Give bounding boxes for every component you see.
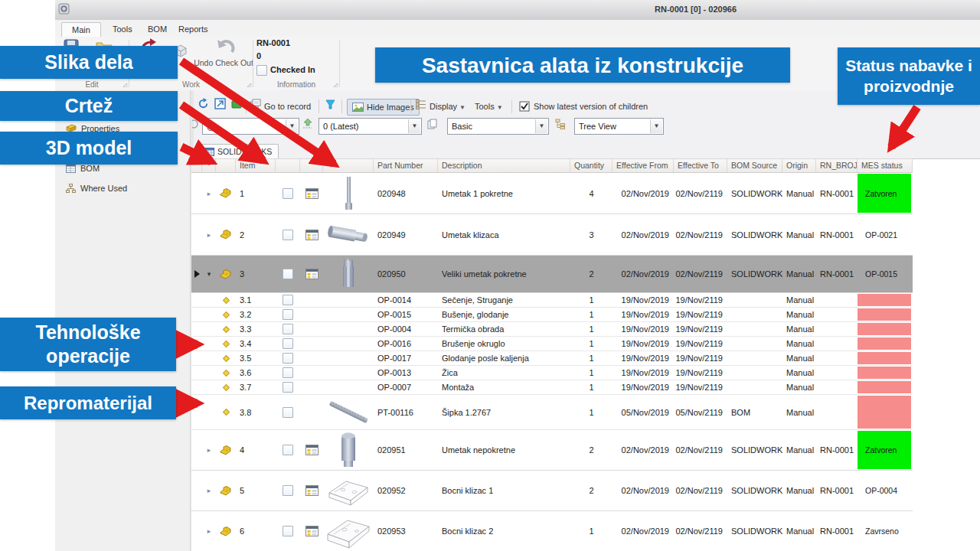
work-group-launcher-icon[interactable]: ◿ bbox=[247, 82, 251, 88]
drawing-icon[interactable] bbox=[300, 173, 323, 214]
expand-icon[interactable]: ▸ bbox=[202, 511, 216, 551]
row-checkbox[interactable] bbox=[276, 322, 300, 336]
ribbon-tab-reports[interactable]: Reports bbox=[168, 22, 218, 37]
table-row-1[interactable]: ▸1020948Umetak 1 pokretne402/Nov/201902/… bbox=[191, 173, 913, 214]
row-checkbox[interactable] bbox=[276, 293, 300, 307]
row-checkbox[interactable] bbox=[276, 256, 300, 292]
hide-images-button[interactable]: Hide Images bbox=[347, 99, 420, 116]
cell-eto: 19/Nov/2119 bbox=[674, 322, 727, 336]
tools-menu[interactable]: Tools▼ bbox=[475, 98, 503, 115]
row-checkbox[interactable] bbox=[276, 511, 300, 551]
drawing-icon[interactable] bbox=[300, 214, 323, 255]
show-latest-checkbox[interactable] bbox=[519, 98, 530, 115]
column-header-qty[interactable]: Quantity bbox=[570, 159, 612, 172]
row-checkbox[interactable] bbox=[276, 351, 300, 365]
checked-in-checkbox[interactable] bbox=[256, 65, 267, 76]
column-header-rn[interactable]: RN_BROJ bbox=[816, 159, 858, 172]
column-header-ticon[interactable] bbox=[216, 159, 236, 172]
display-tree-icon[interactable] bbox=[416, 98, 426, 115]
column-header-eto[interactable]: Effective To bbox=[674, 159, 727, 172]
drawing-icon[interactable] bbox=[300, 471, 323, 510]
row-checkbox[interactable] bbox=[276, 308, 300, 321]
cell-pn: PT-00116 bbox=[374, 395, 438, 429]
go-to-record-icon[interactable] bbox=[250, 98, 262, 115]
view-combobox[interactable]: Basic▼ bbox=[447, 118, 549, 135]
information-group-launcher-icon[interactable]: ◿ bbox=[334, 82, 338, 88]
column-header-origin[interactable]: Origin bbox=[782, 159, 816, 172]
row-checkbox[interactable] bbox=[276, 380, 300, 394]
table-row-6[interactable]: ▸6020953Bocni klizac 2102/Nov/201902/Nov… bbox=[191, 511, 913, 551]
cell-pn: 020949 bbox=[374, 214, 438, 255]
table-row-3.4[interactable]: 3.4OP-0016Brušenje okruglo119/Nov/201919… bbox=[191, 337, 913, 351]
column-header-cb[interactable] bbox=[276, 159, 300, 172]
row-checkbox[interactable] bbox=[276, 173, 300, 214]
drawing-icon[interactable] bbox=[300, 430, 323, 470]
table-row-3.6[interactable]: 3.6OP-0013Žica119/Nov/201919/Nov/2119Man… bbox=[191, 366, 913, 380]
row-checkbox[interactable] bbox=[276, 430, 300, 470]
expand-icon[interactable]: ▸ bbox=[202, 214, 216, 255]
expand-icon[interactable]: ▸ bbox=[202, 471, 216, 510]
ribbon-group-information-label: Information bbox=[253, 80, 339, 89]
collapse-icon[interactable]: ▾ bbox=[202, 256, 216, 292]
column-header-ind[interactable] bbox=[191, 159, 202, 172]
quick-filter-combobox[interactable]: @▼ bbox=[202, 118, 299, 135]
cell-pn: 020948 bbox=[374, 173, 438, 214]
show-latest-label[interactable]: Show latest version of children bbox=[534, 98, 648, 115]
undo-check-out-label[interactable]: Undo Check Out bbox=[193, 58, 254, 67]
column-header-efrom[interactable]: Effective From bbox=[612, 159, 674, 172]
column-header-desc[interactable]: Description bbox=[438, 159, 570, 172]
go-to-record-button[interactable]: Go to record bbox=[264, 98, 311, 115]
column-header-img[interactable] bbox=[323, 159, 374, 172]
cell-rn bbox=[816, 322, 858, 336]
row-checkbox[interactable] bbox=[276, 471, 300, 510]
row-checkbox[interactable] bbox=[276, 366, 300, 380]
column-header-dicon[interactable] bbox=[300, 159, 323, 172]
cell-mes bbox=[858, 351, 913, 365]
column-header-item[interactable]: Item bbox=[236, 159, 276, 172]
edit-group-launcher-icon[interactable]: ◿ bbox=[123, 82, 127, 88]
part-thumbnail-vcyl bbox=[323, 256, 374, 292]
column-header-mes[interactable]: MES status bbox=[858, 159, 913, 172]
expand-icon[interactable]: ▸ bbox=[202, 173, 216, 214]
expand-icon[interactable]: ▸ bbox=[202, 430, 216, 470]
open-in-window-icon[interactable] bbox=[214, 98, 226, 115]
row-checkbox[interactable] bbox=[276, 395, 300, 429]
table-row-4[interactable]: ▸4020951Umetak nepokretne202/Nov/201902/… bbox=[191, 430, 913, 471]
column-header-src[interactable]: BOM Source bbox=[727, 159, 782, 172]
sidebar-item-where-used[interactable]: Where Used bbox=[66, 184, 127, 197]
table-row-3.8[interactable]: 3.8PT-00116Šipka 1.2767105/Nov/201905/No… bbox=[191, 395, 913, 430]
display-menu[interactable]: Display▼ bbox=[430, 98, 466, 115]
column-header-pn[interactable]: Part Number bbox=[374, 159, 438, 172]
drawing-icon[interactable] bbox=[300, 256, 323, 292]
tree-view-icon[interactable] bbox=[555, 118, 566, 135]
table-row-5[interactable]: ▸5020952Bocni klizac 1202/Nov/201902/Nov… bbox=[191, 471, 913, 511]
cell-src bbox=[727, 380, 782, 394]
version-icon[interactable] bbox=[302, 118, 313, 135]
column-header-exp[interactable] bbox=[202, 159, 216, 172]
export-icon[interactable] bbox=[231, 98, 242, 115]
mode-combobox[interactable]: Tree View▼ bbox=[574, 118, 664, 135]
copy-view-icon[interactable] bbox=[427, 118, 437, 135]
tab-solidworks[interactable]: SOLIDWORKS bbox=[198, 144, 279, 158]
drawing-icon[interactable] bbox=[300, 511, 323, 551]
table-row-3.2[interactable]: 3.2OP-0015Bušenje, glodanje119/Nov/20191… bbox=[191, 308, 913, 322]
cell-eto: 19/Nov/2119 bbox=[674, 366, 727, 380]
table-row-3[interactable]: ▾3020950Veliki umetak pokretne202/Nov/20… bbox=[191, 256, 913, 293]
refresh-icon[interactable] bbox=[198, 98, 209, 115]
sidebar-item-bom[interactable]: BOM bbox=[66, 164, 100, 178]
table-row-3.1[interactable]: 3.1OP-0014Sečenje, Struganje119/Nov/2019… bbox=[191, 293, 913, 308]
row-checkbox[interactable] bbox=[276, 337, 300, 350]
ribbon-tab-main[interactable]: Main bbox=[61, 22, 101, 37]
table-row-3.7[interactable]: 3.7OP-0007Montaža119/Nov/201919/Nov/2119… bbox=[191, 380, 913, 395]
filter-icon[interactable] bbox=[325, 98, 335, 115]
ribbon-tab-tools[interactable]: Tools bbox=[103, 22, 142, 37]
row-checkbox[interactable] bbox=[276, 214, 300, 255]
version-combobox[interactable]: 0 (Latest)▼ bbox=[318, 118, 422, 135]
table-row-3.5[interactable]: 3.5OP-0017Glodanje posle kaljenja119/Nov… bbox=[191, 351, 913, 366]
undo-check-out-icon[interactable] bbox=[215, 38, 237, 60]
cell-rn bbox=[816, 395, 858, 429]
table-row-3.3[interactable]: 3.3OP-0004Termička obrada119/Nov/201919/… bbox=[191, 322, 913, 337]
cell-rn: RN-0001 bbox=[816, 511, 858, 551]
table-row-2[interactable]: ▸2020949Umetak klizaca302/Nov/201902/Nov… bbox=[191, 214, 913, 256]
record-nav-icon[interactable] bbox=[192, 118, 201, 135]
